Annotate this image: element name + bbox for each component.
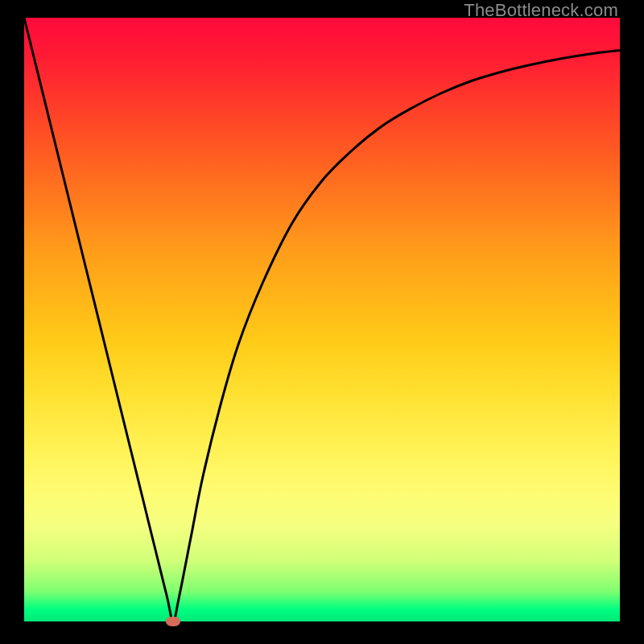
plot-area	[24, 18, 620, 621]
chart-frame: TheBottleneck.com	[0, 0, 644, 644]
optimum-marker	[166, 617, 180, 626]
bottleneck-curve-path	[24, 18, 620, 621]
curve-layer	[24, 18, 620, 621]
